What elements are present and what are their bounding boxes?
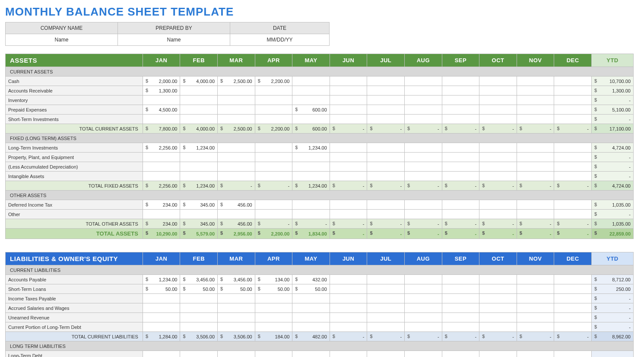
data-cell[interactable] [367, 162, 405, 172]
data-cell[interactable] [517, 172, 554, 181]
subtotal-cell[interactable]: $- [218, 181, 255, 191]
data-cell[interactable]: $456.00 [218, 200, 255, 210]
data-cell[interactable] [255, 294, 292, 303]
data-cell[interactable] [367, 294, 405, 303]
data-cell[interactable] [442, 143, 479, 153]
data-cell[interactable] [143, 351, 180, 357]
data-cell[interactable]: $1,234.00 [292, 143, 330, 153]
subtotal-cell[interactable]: $- [479, 219, 517, 229]
data-cell[interactable] [292, 322, 330, 332]
data-cell[interactable] [330, 76, 367, 86]
data-cell[interactable]: $50.00 [143, 284, 180, 294]
data-cell[interactable] [479, 143, 517, 153]
grand-cell[interactable]: $- [367, 229, 405, 239]
data-cell[interactable] [180, 313, 218, 322]
data-cell[interactable] [517, 105, 554, 115]
data-cell[interactable] [218, 105, 255, 115]
data-cell[interactable] [405, 115, 442, 124]
data-cell[interactable] [442, 105, 479, 115]
data-cell[interactable] [405, 162, 442, 172]
data-cell[interactable]: $50.00 [180, 284, 218, 294]
subtotal-cell[interactable]: $- [367, 219, 405, 229]
data-cell[interactable]: $4,000.00 [180, 76, 218, 86]
data-cell[interactable] [180, 96, 218, 105]
data-cell[interactable] [330, 153, 367, 162]
grand-cell[interactable]: $2,956.00 [218, 229, 255, 239]
ytd-cell[interactable]: $- [592, 172, 634, 181]
data-cell[interactable] [442, 303, 479, 313]
ytd-cell[interactable]: $- [592, 322, 634, 332]
data-cell[interactable] [405, 294, 442, 303]
data-cell[interactable] [367, 86, 405, 96]
subtotal-cell[interactable]: $- [554, 181, 592, 191]
data-cell[interactable] [554, 322, 592, 332]
data-cell[interactable] [405, 96, 442, 105]
ytd-cell[interactable] [592, 351, 634, 357]
data-cell[interactable] [330, 322, 367, 332]
data-cell[interactable] [517, 115, 554, 124]
data-cell[interactable]: $134.00 [255, 275, 292, 284]
subtotal-cell[interactable]: $- [517, 332, 554, 341]
subtotal-cell[interactable]: $456.00 [218, 219, 255, 229]
data-cell[interactable] [517, 284, 554, 294]
data-cell[interactable] [554, 76, 592, 86]
data-cell[interactable] [554, 275, 592, 284]
data-cell[interactable] [255, 200, 292, 210]
data-cell[interactable] [554, 313, 592, 322]
data-cell[interactable] [517, 153, 554, 162]
data-cell[interactable] [292, 172, 330, 181]
data-cell[interactable] [517, 275, 554, 284]
data-cell[interactable] [143, 210, 180, 219]
data-cell[interactable] [405, 172, 442, 181]
data-cell[interactable] [517, 162, 554, 172]
data-cell[interactable]: $1,234.00 [180, 143, 218, 153]
subtotal-cell[interactable]: $- [330, 332, 367, 341]
subtotal-ytd-cell[interactable]: $4,724.00 [592, 181, 634, 191]
subtotal-cell[interactable]: $2,200.00 [255, 124, 292, 134]
subtotal-cell[interactable]: $7,800.00 [143, 124, 180, 134]
data-cell[interactable] [255, 153, 292, 162]
data-cell[interactable] [479, 275, 517, 284]
data-cell[interactable] [405, 76, 442, 86]
data-cell[interactable] [292, 86, 330, 96]
data-cell[interactable] [218, 172, 255, 181]
subtotal-cell[interactable]: $2,256.00 [143, 181, 180, 191]
data-cell[interactable] [180, 86, 218, 96]
data-cell[interactable] [143, 303, 180, 313]
data-cell[interactable] [218, 115, 255, 124]
data-cell[interactable] [292, 210, 330, 219]
data-cell[interactable] [218, 313, 255, 322]
grand-cell[interactable]: $- [405, 229, 442, 239]
data-cell[interactable] [330, 162, 367, 172]
subtotal-cell[interactable]: $2,500.00 [218, 124, 255, 134]
ytd-cell[interactable]: $4,724.00 [592, 143, 634, 153]
data-cell[interactable] [292, 162, 330, 172]
data-cell[interactable] [405, 351, 442, 357]
subtotal-ytd-cell[interactable]: $17,100.00 [592, 124, 634, 134]
data-cell[interactable] [479, 284, 517, 294]
data-cell[interactable] [442, 76, 479, 86]
data-cell[interactable] [330, 275, 367, 284]
data-cell[interactable] [143, 172, 180, 181]
data-cell[interactable]: $2,200.00 [255, 76, 292, 86]
subtotal-cell[interactable]: $- [405, 332, 442, 341]
data-cell[interactable] [180, 303, 218, 313]
subtotal-cell[interactable]: $- [554, 332, 592, 341]
data-cell[interactable] [330, 294, 367, 303]
data-cell[interactable] [330, 351, 367, 357]
data-cell[interactable] [255, 351, 292, 357]
data-cell[interactable] [218, 303, 255, 313]
subtotal-cell[interactable]: $- [292, 219, 330, 229]
subtotal-cell[interactable]: $345.00 [180, 219, 218, 229]
data-cell[interactable] [143, 322, 180, 332]
data-cell[interactable] [292, 294, 330, 303]
ytd-cell[interactable]: $10,700.00 [592, 76, 634, 86]
ytd-cell[interactable]: $- [592, 115, 634, 124]
data-cell[interactable] [405, 200, 442, 210]
data-cell[interactable] [554, 294, 592, 303]
data-cell[interactable] [442, 162, 479, 172]
data-cell[interactable] [255, 86, 292, 96]
data-cell[interactable]: $2,500.00 [218, 76, 255, 86]
data-cell[interactable] [554, 86, 592, 96]
data-cell[interactable] [517, 351, 554, 357]
